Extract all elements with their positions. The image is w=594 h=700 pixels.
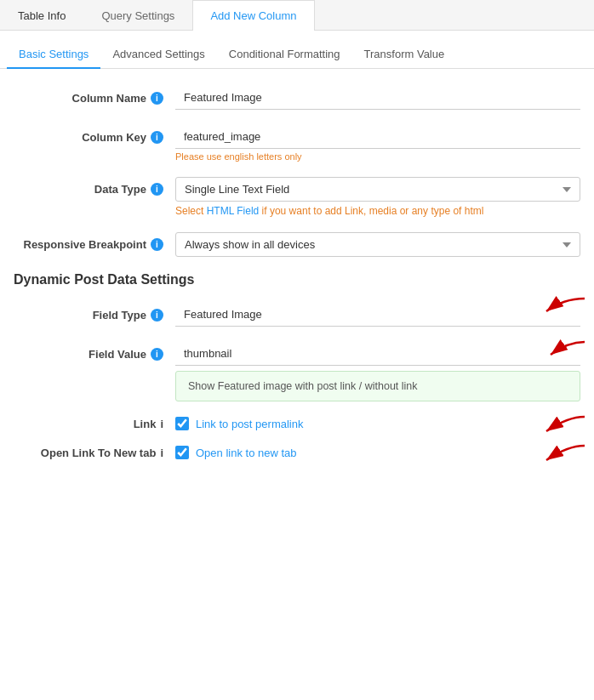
tab-table-info[interactable]: Table Info (0, 0, 83, 31)
column-name-label: Column Name i (14, 86, 175, 105)
open-new-tab-checkbox[interactable] (175, 446, 189, 459)
link-label: Link i (14, 418, 175, 430)
column-name-input-wrap (175, 86, 580, 110)
data-type-select[interactable]: Single Line Text Field HTML Field Number… (175, 177, 580, 202)
top-tab-bar: Table Info Query Settings Add New Column (0, 0, 594, 31)
open-new-tab-row: Open Link To New tab i Open link to new … (14, 446, 580, 459)
field-type-row: Field Type i (14, 303, 580, 327)
column-name-row: Column Name i (14, 86, 580, 110)
column-key-hint: Please use english letters only (175, 151, 580, 162)
data-type-hint: Select HTML Field if you want to add Lin… (175, 205, 580, 217)
column-name-info-icon[interactable]: i (151, 92, 163, 105)
column-key-input[interactable] (175, 125, 580, 149)
responsive-breakpoint-row: Responsive Breakpoint i Always show in a… (14, 232, 580, 257)
link-row: Link i Link to post permalink (14, 417, 580, 430)
data-type-select-wrap: Single Line Text Field HTML Field Number… (175, 177, 580, 217)
data-type-info-icon[interactable]: i (151, 183, 163, 196)
responsive-breakpoint-label: Responsive Breakpoint i (14, 232, 175, 251)
responsive-breakpoint-info-icon[interactable]: i (151, 238, 163, 251)
column-key-label: Column Key i (14, 125, 175, 144)
responsive-breakpoint-select-wrap: Always show in all devices Mobile only D… (175, 232, 580, 257)
column-key-info-icon[interactable]: i (151, 131, 163, 144)
subtab-transform-value[interactable]: Transform Value (352, 41, 457, 69)
form-area: Column Name i Column Key i Please use en… (0, 86, 594, 257)
data-type-label: Data Type i (14, 177, 175, 196)
open-new-tab-checkbox-label: Open link to new tab (196, 447, 297, 459)
subtab-conditional-formatting[interactable]: Conditional Formatting (217, 41, 352, 69)
arrow-link (512, 413, 589, 445)
link-checkbox-label: Link to post permalink (196, 418, 303, 430)
link-checkbox[interactable] (175, 417, 189, 430)
open-new-tab-label: Open Link To New tab i (14, 447, 175, 459)
tab-query-settings[interactable]: Query Settings (83, 0, 192, 31)
field-value-label: Field Value i (14, 342, 175, 361)
dynamic-section-heading: Dynamic Post Data Settings (14, 272, 580, 287)
responsive-breakpoint-select[interactable]: Always show in all devices Mobile only D… (175, 232, 580, 257)
column-key-row: Column Key i Please use english letters … (14, 125, 580, 162)
field-type-info-icon[interactable]: i (151, 309, 163, 322)
dynamic-form-area: Field Type i Field Value i (0, 303, 594, 459)
link-info-icon[interactable]: i (160, 418, 163, 430)
arrow-open-new-tab (512, 441, 589, 474)
field-value-row: Field Value i Show Featured image with p… (14, 342, 580, 401)
column-key-input-wrap: Please use english letters only (175, 125, 580, 162)
field-type-label: Field Type i (14, 303, 175, 322)
field-value-info-box: Show Featured image with post link / wit… (175, 371, 580, 401)
data-type-row: Data Type i Single Line Text Field HTML … (14, 177, 580, 217)
field-value-info-icon[interactable]: i (151, 348, 163, 361)
open-new-tab-info-icon[interactable]: i (160, 447, 163, 459)
arrow-field-value (512, 338, 589, 370)
column-name-input[interactable] (175, 86, 580, 110)
subtab-basic-settings[interactable]: Basic Settings (7, 41, 100, 69)
sub-tab-bar: Basic Settings Advanced Settings Conditi… (0, 31, 594, 69)
arrow-field-type (504, 294, 589, 328)
tab-add-new-column[interactable]: Add New Column (192, 0, 314, 31)
subtab-advanced-settings[interactable]: Advanced Settings (100, 41, 216, 69)
